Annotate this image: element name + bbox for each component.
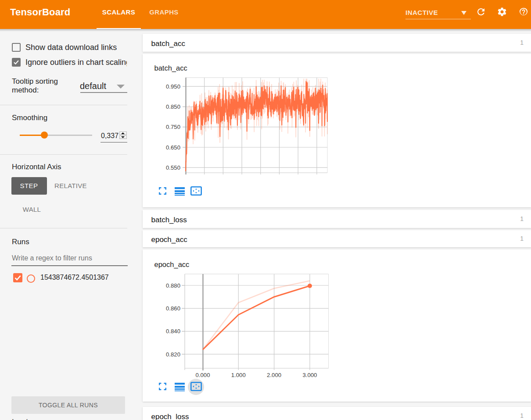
svg-text:0.950: 0.950 [166,83,180,90]
svg-text:0.860: 0.860 [166,305,180,312]
svg-text:0.000: 0.000 [195,372,210,378]
svg-text:0.840: 0.840 [166,328,180,335]
svg-text:0.750: 0.750 [166,124,180,130]
svg-text:0.820: 0.820 [166,351,180,358]
svg-text:0.880: 0.880 [166,282,180,289]
svg-text:0.550: 0.550 [166,164,180,171]
svg-text:1.000: 1.000 [231,372,246,378]
svg-text:0.850: 0.850 [166,103,180,110]
svg-text:3.000: 3.000 [302,372,317,378]
svg-text:2.000: 2.000 [267,372,281,378]
svg-text:0.650: 0.650 [166,144,180,151]
